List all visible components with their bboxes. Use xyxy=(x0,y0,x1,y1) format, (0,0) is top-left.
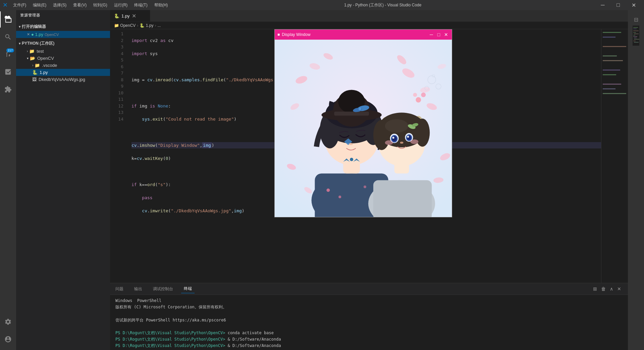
workspace-header[interactable]: ▾ PYTHON (工作区) xyxy=(16,39,110,48)
activity-explorer[interactable] xyxy=(0,11,16,28)
display-window-close[interactable]: ✕ xyxy=(443,32,449,38)
svg-rect-31 xyxy=(334,112,369,116)
file-1py-icon: 🐍 xyxy=(32,70,38,75)
folder-test[interactable]: › 📁 test xyxy=(16,48,110,55)
svg-point-12 xyxy=(413,93,417,97)
display-window[interactable]: ■ Display Window ─ □ ✕ xyxy=(274,29,452,217)
window-controls: ─ □ ✕ xyxy=(595,0,641,10)
line-numbers: 1 2 3 4 5 6 7 8 9 10 11 12 13 14 xyxy=(110,29,126,283)
terminal-line-5 xyxy=(115,323,623,330)
tab-close[interactable]: ✕ xyxy=(132,13,136,19)
file-image-icon: 🖼 xyxy=(32,77,37,82)
svg-point-62 xyxy=(400,142,404,144)
terminal-line-1: Windows PowerShell xyxy=(115,298,623,304)
close-icon[interactable]: ✕ xyxy=(27,32,30,37)
breadcrumb-sep2: › xyxy=(155,23,156,28)
activity-settings[interactable] xyxy=(0,314,16,330)
panel-trash-icon[interactable]: 🗑 xyxy=(600,286,607,292)
display-window-minimize[interactable]: ─ xyxy=(428,32,434,38)
open-editors-header[interactable]: ▾ 打开的编辑器 xyxy=(16,23,110,31)
workspace-label: PYTHON (工作区) xyxy=(22,41,54,46)
folder-vscode[interactable]: › 📁 .vscode xyxy=(16,62,110,69)
menu-edit[interactable]: 编辑(E) xyxy=(30,2,49,9)
activity-account[interactable] xyxy=(0,331,16,347)
activity-search[interactable] xyxy=(0,29,16,45)
tab-icon: 🐍 xyxy=(114,13,119,18)
folder-opencv-arrow: ▾ xyxy=(27,56,29,60)
maximize-button[interactable]: □ xyxy=(610,0,626,10)
activity-run-debug[interactable] xyxy=(0,64,16,80)
svg-rect-41 xyxy=(373,180,432,217)
open-file-1py[interactable]: ✕ ● 1.py OpenCV xyxy=(16,31,110,38)
panel-close-icon[interactable]: ✕ xyxy=(616,286,623,292)
folder-test-arrow: › xyxy=(27,49,28,53)
file-image-label: DkedbYqVsAAoWgs.jpg xyxy=(39,77,85,82)
svg-point-10 xyxy=(416,97,421,102)
menu-select[interactable]: 选择(S) xyxy=(50,2,69,9)
file-1py[interactable]: 🐍 1.py xyxy=(16,69,110,76)
open-file-1py-tag: OpenCV xyxy=(45,33,59,37)
breadcrumb-1py[interactable]: 🐍 1.py xyxy=(140,23,153,28)
menu-goto[interactable]: 转到(G) xyxy=(91,2,110,9)
panel-split-icon[interactable]: ⊞ xyxy=(592,286,598,292)
svg-point-64 xyxy=(410,139,418,144)
title-bar: ✕ 文件(F) 编辑(E) 选择(S) 查看(V) 转到(G) 运行(R) 终端… xyxy=(0,0,644,10)
panel-content[interactable]: Windows PowerShell 版权所有 (C) Microsoft Co… xyxy=(110,295,628,350)
menu-help[interactable]: 帮助(H) xyxy=(152,2,171,9)
terminal-line-4: 尝试新的跨平台 PowerShell https://aka.ms/pscore… xyxy=(115,317,623,323)
open-editors-label: 打开的编辑器 xyxy=(22,24,46,30)
folder-opencv[interactable]: ▾ 📂 OpenCV xyxy=(16,55,110,62)
file-image[interactable]: 🖼 DkedbYqVsAAoWgs.jpg xyxy=(16,76,110,83)
close-button[interactable]: ✕ xyxy=(626,0,641,10)
open-file-1py-name: ● 1.py xyxy=(31,32,43,37)
panel-tab-problems[interactable]: 问题 xyxy=(113,285,126,293)
folder-opencv-label: OpenCV xyxy=(37,56,54,61)
editor-area: 🐍 1.py ✕ 📁 OpenCV › 🐍 1.py › ... 1 2 3 4 xyxy=(110,10,628,350)
panel-collapse-icon[interactable]: ∧ xyxy=(608,286,614,292)
display-window-name: Display Window xyxy=(282,32,310,37)
panel-tab-terminal[interactable]: 终端 xyxy=(181,285,195,293)
tab-1py[interactable]: 🐍 1.py ✕ xyxy=(110,10,150,21)
panel-tabs: 问题 输出 调试控制台 终端 ⊞ 🗑 ∧ ✕ xyxy=(110,283,628,295)
panel-tab-debug[interactable]: 调试控制台 xyxy=(150,285,176,293)
sidebar-title: 资源管理器 xyxy=(16,10,110,22)
activity-source-control[interactable]: 217 xyxy=(0,46,16,62)
open-editors-section: ▾ 打开的编辑器 ✕ ● 1.py OpenCV xyxy=(16,22,110,39)
activity-bar: 217 xyxy=(0,10,16,350)
breadcrumb-ellipsis[interactable]: ... xyxy=(157,23,161,28)
display-window-maximize[interactable]: □ xyxy=(436,32,442,38)
menu-file[interactable]: 文件(F) xyxy=(10,2,29,9)
folder-vscode-icon: 📁 xyxy=(35,63,40,68)
svg-rect-77 xyxy=(633,32,636,33)
minimap xyxy=(601,29,628,283)
breadcrumb-opencv[interactable]: 📁 OpenCV xyxy=(114,23,136,28)
svg-point-11 xyxy=(421,92,426,97)
menu-terminal[interactable]: 终端(T) xyxy=(131,2,150,9)
right-sidebar-minimap[interactable] xyxy=(628,28,644,44)
anime-illustration xyxy=(275,40,452,217)
svg-point-61 xyxy=(407,136,409,138)
workspace-arrow: ▾ xyxy=(19,42,20,45)
tab-name: 1.py xyxy=(121,13,130,18)
right-sidebar: ⊟ xyxy=(628,10,644,350)
terminal-line-7: PS D:\Rogunt\文档\Visual Studio\Python\Ope… xyxy=(115,336,623,343)
display-window-content xyxy=(275,40,452,217)
title-left: ✕ 文件(F) 编辑(E) 选择(S) 查看(V) 转到(G) 运行(R) 终端… xyxy=(3,1,170,9)
folder-test-label: test xyxy=(37,49,44,54)
svg-point-34 xyxy=(359,107,361,110)
activity-extensions[interactable] xyxy=(0,81,16,97)
menu-run[interactable]: 运行(R) xyxy=(111,2,130,9)
breadcrumb-sep1: › xyxy=(137,23,138,28)
minimize-button[interactable]: ─ xyxy=(595,0,610,10)
svg-rect-81 xyxy=(634,38,637,38)
terminal-line-6: PS D:\Rogunt\文档\Visual Studio\Python\Ope… xyxy=(115,330,623,336)
file-1py-label: 1.py xyxy=(40,70,48,75)
tab-bar: 🐍 1.py ✕ xyxy=(110,10,628,22)
folder-vscode-label: .vscode xyxy=(42,63,57,68)
menu-view[interactable]: 查看(V) xyxy=(70,2,89,9)
svg-point-15 xyxy=(326,188,330,192)
display-window-title: ■ Display Window xyxy=(277,32,311,37)
svg-point-57 xyxy=(392,137,394,139)
right-sidebar-layout[interactable]: ⊟ xyxy=(628,11,644,28)
panel-tab-output[interactable]: 输出 xyxy=(131,285,145,293)
